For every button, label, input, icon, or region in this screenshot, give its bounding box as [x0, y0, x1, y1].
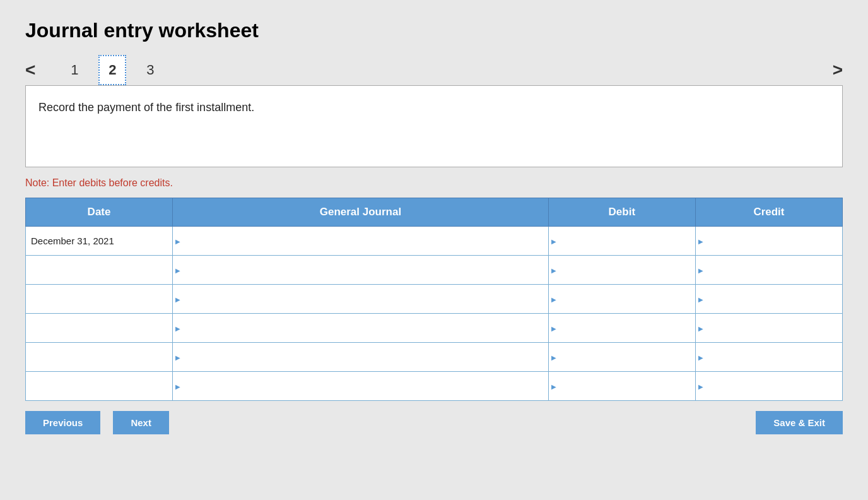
debit-cell-3[interactable] [548, 314, 695, 343]
debit-input-1[interactable] [549, 256, 695, 284]
credit-cell-3[interactable] [695, 314, 842, 343]
debit-input-0[interactable] [549, 227, 695, 255]
table-row [26, 256, 843, 285]
credit-cell-1[interactable] [695, 256, 842, 285]
bottom-nav: Previous Next Save & Exit [25, 411, 843, 434]
debit-cell-4[interactable] [548, 343, 695, 372]
tab-3[interactable]: 3 [136, 56, 164, 84]
debit-cell-0[interactable] [548, 227, 695, 256]
date-cell-2 [26, 285, 173, 314]
header-debit: Debit [548, 198, 695, 227]
credit-cell-4[interactable] [695, 343, 842, 372]
journal-input-2[interactable] [173, 285, 548, 313]
date-cell-4 [26, 343, 173, 372]
table-row [26, 343, 843, 372]
table-row [26, 372, 843, 401]
journal-cell-5[interactable] [173, 372, 549, 401]
journal-cell-0[interactable] [173, 227, 549, 256]
credit-cell-5[interactable] [695, 372, 842, 401]
credit-cell-0[interactable] [695, 227, 842, 256]
credit-input-5[interactable] [696, 372, 842, 400]
credit-input-2[interactable] [696, 285, 842, 313]
previous-button[interactable]: Previous [25, 411, 100, 434]
save-exit-button[interactable]: Save & Exit [756, 411, 843, 434]
tab-1[interactable]: 1 [61, 56, 88, 84]
header-credit: Credit [695, 198, 842, 227]
next-button[interactable]: Next [113, 411, 169, 434]
date-cell-5 [26, 372, 173, 401]
journal-cell-3[interactable] [173, 314, 549, 343]
page-title: Journal entry worksheet [25, 19, 843, 42]
debit-cell-2[interactable] [548, 285, 695, 314]
table-row: December 31, 2021 [26, 227, 843, 256]
table-row [26, 314, 843, 343]
header-journal: General Journal [173, 198, 549, 227]
journal-cell-2[interactable] [173, 285, 549, 314]
debit-input-4[interactable] [549, 343, 695, 371]
journal-input-3[interactable] [173, 314, 548, 342]
date-cell-0: December 31, 2021 [26, 227, 173, 256]
journal-input-5[interactable] [173, 372, 548, 400]
debit-cell-1[interactable] [548, 256, 695, 285]
journal-input-4[interactable] [173, 343, 548, 371]
debit-cell-5[interactable] [548, 372, 695, 401]
date-cell-1 [26, 256, 173, 285]
instruction-box: Record the payment of the first installm… [25, 85, 843, 167]
journal-input-1[interactable] [173, 256, 548, 284]
credit-input-1[interactable] [696, 256, 842, 284]
journal-cell-1[interactable] [173, 256, 549, 285]
note-text: Note: Enter debits before credits. [25, 177, 843, 189]
journal-cell-4[interactable] [173, 343, 549, 372]
table-row [26, 285, 843, 314]
debit-input-3[interactable] [549, 314, 695, 342]
credit-input-4[interactable] [696, 343, 842, 371]
nav-row: < 1 2 3 > [25, 55, 843, 85]
header-date: Date [26, 198, 173, 227]
credit-input-0[interactable] [696, 227, 842, 255]
next-arrow[interactable]: > [833, 60, 843, 80]
debit-input-2[interactable] [549, 285, 695, 313]
journal-table: Date General Journal Debit Credit Decemb… [25, 198, 843, 401]
debit-input-5[interactable] [549, 372, 695, 400]
credit-input-3[interactable] [696, 314, 842, 342]
instruction-text: Record the payment of the first installm… [38, 101, 254, 114]
journal-input-0[interactable] [173, 227, 548, 255]
date-cell-3 [26, 314, 173, 343]
tab-2[interactable]: 2 [98, 55, 126, 85]
credit-cell-2[interactable] [695, 285, 842, 314]
prev-arrow[interactable]: < [25, 60, 35, 80]
